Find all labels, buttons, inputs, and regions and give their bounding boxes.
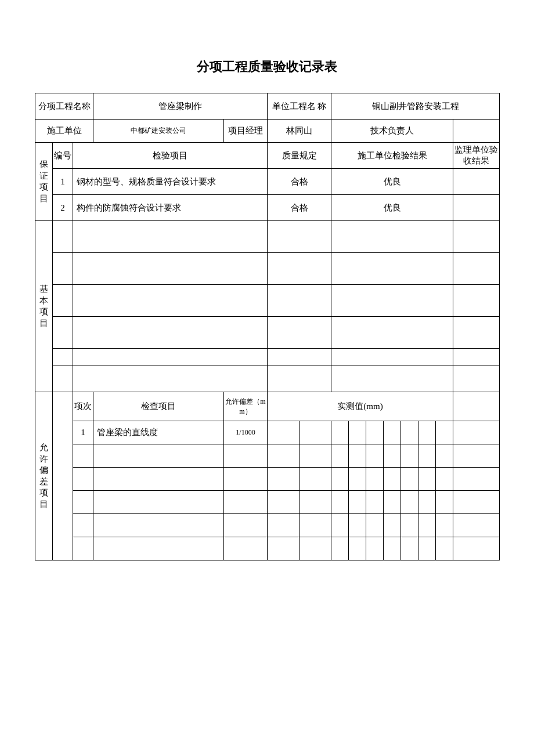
dev-val xyxy=(418,444,436,468)
basic-item xyxy=(73,285,268,317)
col-supervise-result: 监理单位验收结果 xyxy=(453,143,500,169)
dev-val xyxy=(401,491,418,514)
basic-no xyxy=(53,221,73,253)
dev-item xyxy=(93,468,224,491)
dev-val xyxy=(300,421,331,444)
dev-val xyxy=(384,514,401,537)
dev-val xyxy=(300,537,331,560)
dev-sup xyxy=(453,514,500,537)
tech-name xyxy=(453,120,500,143)
dev-val xyxy=(384,468,401,491)
dev-item xyxy=(93,491,224,514)
pm-name: 林同山 xyxy=(268,120,331,143)
basic-item xyxy=(73,317,268,349)
basic-no xyxy=(53,349,73,366)
basic-item xyxy=(73,366,268,392)
dev-val xyxy=(331,444,349,468)
basic-req xyxy=(268,366,331,392)
subproject-name: 管座梁制作 xyxy=(93,93,268,120)
dev-sup xyxy=(453,392,500,421)
dev-no xyxy=(73,514,93,537)
basic-req xyxy=(268,253,331,285)
construction-name: 中都矿建安装公司 xyxy=(93,120,224,143)
dev-val xyxy=(418,537,436,560)
dev-allow xyxy=(224,514,268,537)
basic-sup xyxy=(453,253,500,285)
dev-val xyxy=(268,421,300,444)
dev-val xyxy=(418,468,436,491)
basic-req xyxy=(268,285,331,317)
col-quality-req: 质量规定 xyxy=(268,143,331,169)
basic-req xyxy=(268,221,331,253)
dev-val xyxy=(401,444,418,468)
basic-item xyxy=(73,253,268,285)
page-title: 分项工程质量验收记录表 xyxy=(35,58,499,75)
dev-val xyxy=(401,421,418,444)
basic-result xyxy=(331,221,453,253)
dev-val xyxy=(366,468,384,491)
dev-allow: 1/1000 xyxy=(224,421,268,444)
guarantee-item: 构件的防腐蚀符合设计要求 xyxy=(73,195,268,221)
dev-val xyxy=(268,468,300,491)
dev-val xyxy=(436,444,453,468)
dev-no xyxy=(73,491,93,514)
dev-no: 1 xyxy=(73,421,93,444)
dev-val xyxy=(349,421,366,444)
dev-val xyxy=(436,421,453,444)
dev-val xyxy=(436,537,453,560)
basic-req xyxy=(268,317,331,349)
dev-val xyxy=(349,491,366,514)
dev-val xyxy=(436,468,453,491)
dev-val xyxy=(331,537,349,560)
col-check-item: 检验项目 xyxy=(73,143,268,169)
dev-sup xyxy=(453,468,500,491)
guarantee-item: 钢材的型号、规格质量符合设计要求 xyxy=(73,169,268,195)
dev-val xyxy=(366,444,384,468)
basic-item xyxy=(73,221,268,253)
dev-val xyxy=(384,491,401,514)
dev-val xyxy=(268,514,300,537)
basic-no xyxy=(53,253,73,285)
dev-val xyxy=(349,514,366,537)
dev-item xyxy=(93,444,224,468)
dev-item xyxy=(93,514,224,537)
dev-val xyxy=(300,468,331,491)
dev-val xyxy=(366,537,384,560)
dev-val xyxy=(401,514,418,537)
record-table: 分项工程名称 管座梁制作 单位工程名 称 铜山副井管路安装工程 施工单位 中都矿… xyxy=(35,93,500,560)
guarantee-sup xyxy=(453,195,500,221)
dev-val xyxy=(300,444,331,468)
basic-no xyxy=(53,366,73,392)
dev-val xyxy=(366,421,384,444)
guarantee-req: 合格 xyxy=(268,169,331,195)
dev-seq-label: 项次 xyxy=(73,392,93,421)
dev-val xyxy=(349,444,366,468)
guarantee-result: 优良 xyxy=(331,169,453,195)
section-guarantee: 保证项目 xyxy=(35,143,53,221)
basic-result xyxy=(331,349,453,366)
unitproject-label: 单位工程名 称 xyxy=(268,93,331,120)
basic-result xyxy=(331,366,453,392)
basic-sup xyxy=(453,285,500,317)
basic-result xyxy=(331,253,453,285)
dev-val xyxy=(418,421,436,444)
col-construct-result: 施工单位检验结果 xyxy=(331,143,453,169)
dev-spacer xyxy=(53,392,73,560)
dev-sup xyxy=(453,421,500,444)
dev-allow-label: 允许偏差（mm） xyxy=(224,392,268,421)
dev-allow xyxy=(224,491,268,514)
dev-sup xyxy=(453,491,500,514)
dev-val xyxy=(349,468,366,491)
guarantee-no: 1 xyxy=(53,169,73,195)
dev-val xyxy=(268,444,300,468)
dev-val xyxy=(331,468,349,491)
dev-val xyxy=(331,491,349,514)
dev-allow xyxy=(224,537,268,560)
dev-val xyxy=(401,468,418,491)
dev-val xyxy=(384,421,401,444)
basic-sup xyxy=(453,221,500,253)
guarantee-no: 2 xyxy=(53,195,73,221)
construction-label: 施工单位 xyxy=(35,120,93,143)
dev-val xyxy=(384,537,401,560)
dev-no xyxy=(73,468,93,491)
